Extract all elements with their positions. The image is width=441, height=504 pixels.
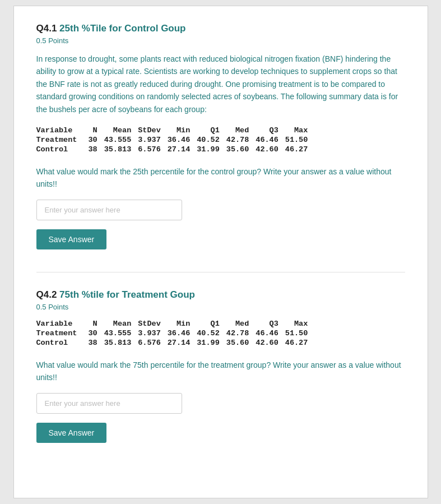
col-variable: Variable — [36, 126, 89, 135]
col-stdev: StDev — [138, 126, 168, 135]
q4-2-table-wrap: Variable N Mean StDev Min Q1 Med Q3 Max … — [36, 319, 405, 359]
col-n: N — [88, 126, 104, 135]
table-cell: 3.937 — [138, 329, 168, 338]
table-cell: 6.576 — [138, 338, 168, 348]
table-cell: 42.78 — [226, 329, 256, 338]
q4-1-num: Q4.1 — [36, 23, 57, 34]
table-cell: 36.46 — [168, 329, 197, 338]
col-med: Med — [226, 319, 256, 329]
table-row: Treatment3043.5553.93736.4640.5242.7846.… — [36, 329, 315, 338]
table-header-row: Variable N Mean StDev Min Q1 Med Q3 Max — [36, 319, 315, 329]
q4-1-body: In response to drought, some plants reac… — [36, 53, 405, 115]
q4-1-table-wrap: Variable N Mean StDev Min Q1 Med Q3 Max … — [36, 126, 405, 165]
table-row: Treatment3043.5553.93736.4640.5242.7846.… — [36, 135, 315, 145]
table-cell: 43.555 — [104, 135, 138, 145]
q4-2-points: 0.5 Points — [36, 303, 405, 311]
table-cell: 3.937 — [138, 135, 168, 145]
table-cell: 27.14 — [168, 145, 197, 154]
table-cell: 42.60 — [256, 338, 285, 348]
col-max: Max — [285, 126, 315, 135]
table-cell: 42.78 — [226, 135, 256, 145]
col-q1: Q1 — [197, 319, 226, 329]
table-cell: 35.60 — [226, 338, 256, 348]
col-mean: Mean — [104, 126, 138, 135]
col-q3: Q3 — [256, 126, 285, 135]
q4-2-save-button[interactable]: Save Answer — [36, 423, 107, 443]
table-cell: 46.46 — [256, 135, 285, 145]
table-cell: 46.46 — [256, 329, 285, 338]
col-q1: Q1 — [197, 126, 226, 135]
table-cell: 30 — [88, 329, 104, 338]
col-q3: Q3 — [256, 319, 285, 329]
table-cell: 51.50 — [285, 135, 315, 145]
col-min: Min — [168, 126, 197, 135]
table-cell: 46.27 — [285, 145, 315, 154]
q4-2-stats-table: Variable N Mean StDev Min Q1 Med Q3 Max … — [36, 319, 315, 348]
main-card: Q4.1 25th %Tile for Control Goup 0.5 Poi… — [13, 6, 428, 498]
table-cell: 31.99 — [197, 338, 226, 348]
table-cell: 40.52 — [197, 135, 226, 145]
table-cell: 35.813 — [104, 145, 138, 154]
q4-1-title: Q4.1 25th %Tile for Control Goup — [36, 23, 405, 34]
table-cell: Control — [36, 145, 89, 154]
table-row: Control3835.8136.57627.1431.9935.6042.60… — [36, 338, 315, 348]
q4-2-answer-input[interactable] — [36, 393, 182, 414]
table-cell: Control — [36, 338, 89, 348]
col-stdev: StDev — [138, 319, 168, 329]
q4-1-save-button[interactable]: Save Answer — [36, 229, 107, 249]
col-min: Min — [168, 319, 197, 329]
table-cell: 6.576 — [138, 145, 168, 154]
table-cell: 43.555 — [104, 329, 138, 338]
table-cell: 36.46 — [168, 135, 197, 145]
table-header-row: Variable N Mean StDev Min Q1 Med Q3 Max — [36, 126, 315, 135]
table-cell: 51.50 — [285, 329, 315, 338]
table-cell: Treatment — [36, 135, 89, 145]
table-cell: 35.813 — [104, 338, 138, 348]
table-cell: 30 — [88, 135, 104, 145]
col-med: Med — [226, 126, 256, 135]
q4-2-title: Q4.2 75th %tile for Treatment Goup — [36, 289, 405, 300]
question-block-q4-1: Q4.1 25th %Tile for Control Goup 0.5 Poi… — [36, 23, 405, 249]
table-cell: 46.27 — [285, 338, 315, 348]
table-cell: 38 — [88, 338, 104, 348]
table-cell: Treatment — [36, 329, 89, 338]
col-max: Max — [285, 319, 315, 329]
q4-1-ask: What value would mark the 25th percentil… — [36, 165, 405, 191]
q4-1-points: 0.5 Points — [36, 36, 405, 45]
q4-2-num: Q4.2 — [36, 289, 57, 300]
table-cell: 35.60 — [226, 145, 256, 154]
col-variable: Variable — [36, 319, 89, 329]
q4-1-stats-table: Variable N Mean StDev Min Q1 Med Q3 Max … — [36, 126, 315, 154]
q4-1-text: 25th %Tile for Control Goup — [59, 23, 185, 34]
table-cell: 27.14 — [168, 338, 197, 348]
q4-2-text: 75th %tile for Treatment Goup — [59, 289, 195, 300]
col-n: N — [88, 319, 104, 329]
table-cell: 31.99 — [197, 145, 226, 154]
table-cell: 38 — [88, 145, 104, 154]
table-cell: 40.52 — [197, 329, 226, 338]
col-mean: Mean — [104, 319, 138, 329]
table-row: Control3835.8136.57627.1431.9935.6042.60… — [36, 145, 315, 154]
q4-1-answer-input[interactable] — [36, 200, 182, 220]
section-divider — [36, 272, 405, 272]
q4-2-ask: What value would mark the 75th percentil… — [36, 359, 405, 384]
question-block-q4-2: Q4.2 75th %tile for Treatment Goup 0.5 P… — [36, 289, 405, 443]
table-cell: 42.60 — [256, 145, 285, 154]
